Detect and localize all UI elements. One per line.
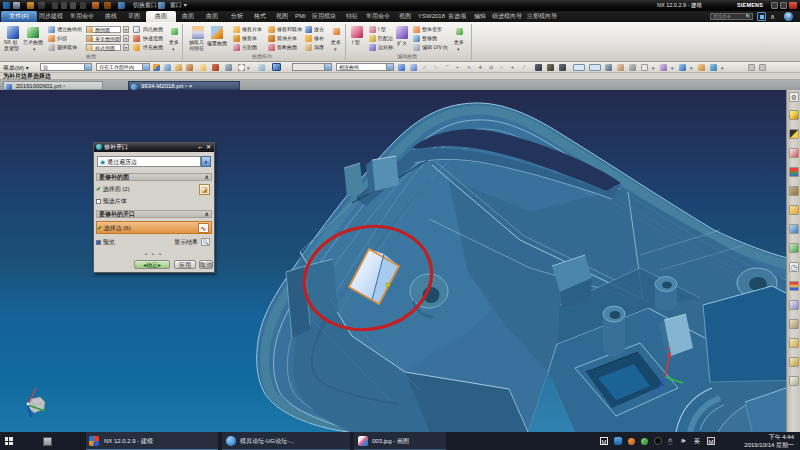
svg-text:ZC: ZC: [652, 392, 657, 397]
svg-text:XC: XC: [666, 346, 672, 351]
